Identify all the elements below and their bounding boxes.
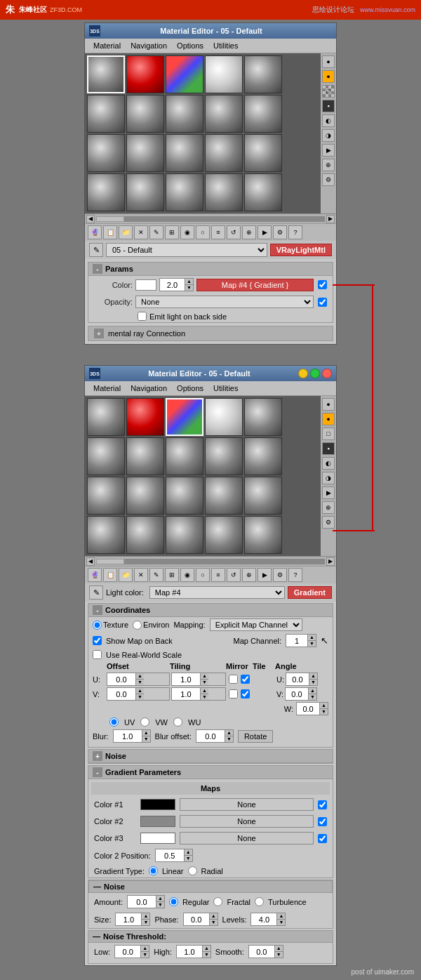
eyedropper-icon[interactable]: ✎ (89, 243, 103, 257)
high-input[interactable] (177, 946, 202, 958)
h-scrollbar-2[interactable]: ◀ ▶ (85, 556, 336, 566)
sphere2-2-1[interactable] (87, 437, 125, 475)
sphere2-4-1[interactable] (87, 516, 125, 554)
v-tile-cb[interactable] (241, 689, 250, 698)
video2-icon[interactable]: ▶ (322, 486, 335, 499)
phase-input[interactable] (184, 913, 209, 925)
checker2-icon[interactable]: □ (322, 428, 335, 440)
mapping-select[interactable]: Explicit Map Channel (210, 618, 302, 631)
increment-btn2[interactable]: ⊕ (242, 568, 256, 582)
amount-input[interactable] (128, 896, 156, 908)
help-btn[interactable]: ? (288, 225, 302, 239)
show-map-btn[interactable]: ◉ (180, 225, 194, 239)
fractal-radio[interactable] (213, 897, 222, 906)
map-type-btn[interactable]: ≡ (211, 225, 225, 239)
delete-btn2[interactable]: ✕ (134, 568, 148, 582)
color3-swatch[interactable] (140, 833, 175, 844)
menu-navigation-2[interactable]: Navigation (126, 383, 171, 394)
sphere2-icon-1[interactable]: ● (322, 398, 335, 411)
mental-ray-toggle-1[interactable]: + (94, 329, 104, 338)
w-angle-spinbox[interactable]: ▲▼ (296, 702, 328, 715)
levels-input[interactable] (251, 913, 276, 925)
color-checkbox-1[interactable] (318, 280, 327, 289)
scroll-track-2[interactable] (96, 559, 325, 564)
u-tiling-input[interactable] (172, 673, 200, 685)
sphere-1-4[interactable] (205, 55, 243, 93)
settings2-icon[interactable]: ⚙ (322, 516, 335, 529)
menu-material-2[interactable]: Material (89, 383, 125, 394)
params-header-1[interactable]: - Params (88, 263, 333, 276)
u-tile-cb[interactable] (241, 675, 250, 684)
eyedropper-icon-2[interactable]: ✎ (89, 585, 103, 600)
select-btn2[interactable]: ⊞ (165, 568, 179, 582)
sphere-2-3[interactable] (166, 95, 203, 133)
u-angle-input[interactable] (286, 673, 309, 685)
material-type-btn-1[interactable]: VRayLightMtl (270, 244, 332, 256)
vw-radio[interactable] (140, 717, 149, 727)
menu-navigation-1[interactable]: Navigation (126, 40, 171, 51)
pick-btn[interactable]: ✎ (149, 225, 163, 239)
v-mirror-cb[interactable] (229, 689, 238, 698)
environ-radio[interactable] (133, 621, 142, 630)
scroll-left-2[interactable]: ◀ (86, 557, 95, 566)
show-end-btn[interactable]: ○ (196, 225, 210, 239)
color-spin-arrows-1[interactable]: ▲ ▼ (185, 279, 193, 291)
rotate-btn[interactable]: Rotate (238, 730, 273, 743)
menu-material-1[interactable]: Material (89, 40, 125, 51)
sphere2-1-2[interactable] (126, 398, 164, 436)
spin-up-1[interactable]: ▲ (185, 279, 193, 285)
menu-utilities-2[interactable]: Utilities (209, 383, 242, 394)
map-dropdown-2[interactable]: Map #4 (149, 586, 285, 599)
sphere-3-5[interactable] (244, 134, 282, 172)
material-dropdown-1[interactable]: 05 - Default (106, 243, 267, 257)
sphere2-1-5[interactable] (244, 398, 282, 436)
regular-radio[interactable] (169, 897, 178, 906)
sphere2-3-2[interactable] (126, 477, 164, 515)
sphere2-4-5[interactable] (244, 516, 282, 554)
sphere2-1-1[interactable] (87, 398, 125, 436)
map-channel-arrows[interactable]: ▲ ▼ (307, 635, 316, 647)
close-btn-2[interactable] (322, 369, 332, 378)
sphere2-2-5[interactable] (244, 437, 282, 475)
map-ch-up[interactable]: ▲ (307, 635, 316, 641)
backlight2-icon[interactable]: ◐ (322, 457, 335, 470)
window2-titlebar[interactable]: 3DS Material Editor - 05 - Default (85, 366, 336, 381)
real-world-checkbox[interactable] (93, 650, 102, 659)
sphere-1-3[interactable] (166, 55, 203, 93)
blur-offset-input[interactable] (196, 730, 225, 742)
sphere2-3-1[interactable] (87, 477, 125, 515)
linear-radio[interactable] (149, 866, 158, 875)
reset-btn[interactable]: ↺ (227, 225, 241, 239)
sphere2-1-4[interactable] (205, 398, 243, 436)
mental-ray-bar-1[interactable]: + mental ray Connection (88, 326, 333, 341)
scroll-track-1[interactable] (96, 216, 325, 222)
color3-cb[interactable] (318, 834, 327, 843)
color1-none-btn[interactable]: None (180, 798, 314, 811)
sphere2-3-3[interactable] (166, 477, 203, 515)
spin-down-1[interactable]: ▼ (185, 285, 193, 291)
color1-cb[interactable] (318, 800, 327, 809)
window1-titlebar[interactable]: 3DS Material Editor - 05 - Default (85, 23, 336, 39)
checker-icon[interactable]: □ (322, 85, 335, 98)
sphere-4-4[interactable] (205, 173, 243, 211)
sphere2-3-5[interactable] (244, 477, 282, 515)
v-tiling-input[interactable] (172, 688, 200, 700)
scroll-left-1[interactable]: ◀ (86, 215, 95, 223)
sphere2-2-3[interactable] (166, 437, 203, 475)
get-material-btn[interactable]: 🔮 (88, 225, 102, 239)
sphere-2-1[interactable] (87, 95, 125, 133)
size-spinbox[interactable]: ▲▼ (115, 913, 150, 926)
video-safe-btn2[interactable]: ▶ (258, 568, 272, 582)
uv-radio[interactable] (109, 717, 119, 727)
color-swatch-1[interactable] (135, 279, 156, 291)
u-offset-input[interactable] (107, 673, 135, 685)
color-spinbox-1[interactable]: ▲ ▼ (159, 278, 194, 291)
u-mirror-cb[interactable] (229, 675, 238, 684)
minimize-btn-2[interactable] (298, 369, 308, 378)
sphere2-4-2[interactable] (126, 516, 164, 554)
increment-btn[interactable]: ⊕ (242, 225, 256, 239)
smooth-input[interactable] (249, 946, 274, 958)
v-offset-spinbox[interactable]: ▲▼ (107, 687, 170, 701)
high-spinbox[interactable]: ▲▼ (176, 945, 211, 958)
v-offset-input[interactable] (107, 688, 135, 700)
